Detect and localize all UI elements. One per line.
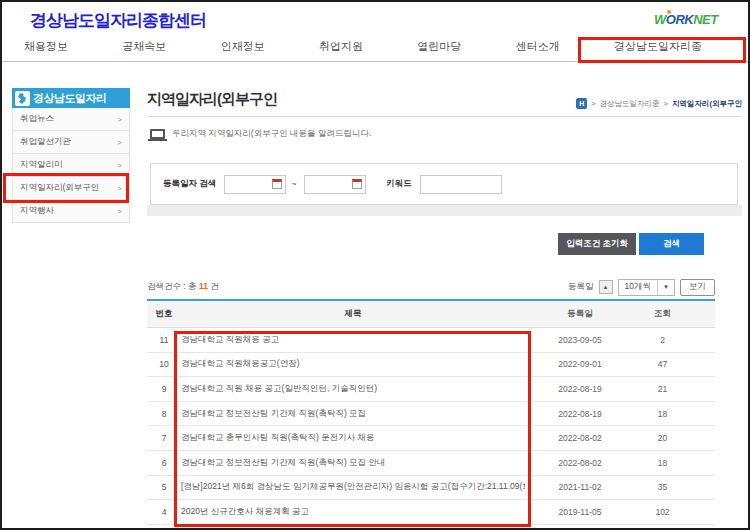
sidebar-menu-item[interactable]: 지역알리미 > (12, 154, 130, 177)
row-number: 5 (147, 482, 181, 492)
row-views: 18 (635, 409, 690, 419)
page-size-value: 10개씩 (619, 281, 657, 293)
chevron-down-icon: ▼ (657, 280, 674, 295)
home-icon[interactable]: H (576, 98, 587, 109)
row-date: 2022-09-01 (525, 359, 635, 369)
table-row: 10 경남대학교 직원채용공고(연장) 2022-09-01 47 (147, 353, 715, 378)
row-number: 10 (147, 359, 181, 369)
table-header-row: 번호 제목 등록일 조회 (147, 301, 715, 328)
row-number: 7 (147, 433, 181, 443)
row-title-link[interactable]: [경남]2021년 제6회 경상남도 임기제공무원(안전관리자) 임용시험 공고… (181, 481, 525, 493)
row-title-link[interactable]: 경남대학교 총무인사팀 직원(촉탁직) 운전기사 채용 (181, 432, 525, 444)
page-size-select[interactable]: 10개씩 ▼ (618, 279, 675, 296)
row-date: 2022-08-19 (525, 409, 635, 419)
sidebar-menu-item[interactable]: 취업알선기관 > (12, 131, 130, 154)
table-row: 11 경남대학교 직원채용 공고 2023-09-05 2 (147, 328, 715, 353)
row-views: 2 (635, 335, 690, 345)
row-views: 102 (635, 507, 690, 517)
nav-item[interactable]: 채용정보 (24, 39, 68, 54)
keyword-label: 키워드 (386, 178, 412, 190)
row-date: 2022-08-02 (525, 433, 635, 443)
row-number: 8 (147, 409, 181, 419)
row-number: 6 (147, 458, 181, 468)
row-views: 47 (635, 359, 690, 369)
sort-asc-icon: ▲ (603, 284, 609, 290)
sidebar-item-label: 취업알선기관 (20, 136, 71, 148)
table-row: 7 경남대학교 총무인사팀 직원(촉탁직) 운전기사 채용 2022-08-02… (147, 426, 715, 451)
row-date: 2022-08-19 (525, 384, 635, 394)
row-views: 18 (635, 458, 690, 468)
row-number: 9 (147, 384, 181, 394)
sort-asc-button[interactable]: ▲ (599, 280, 613, 294)
row-title-link[interactable]: 경남대학교 정보전산팀 기간제 직원(촉탁직) 모집 (181, 408, 525, 420)
row-title-link[interactable]: 2020년 신규간호사 채용계획 공고 (181, 506, 525, 518)
table-row: 6 경남대학교 정보전산팀 기간제 직원(촉탁직) 모집 안내 2022-08-… (147, 451, 715, 476)
sidebar-menu-item[interactable]: 취업뉴스 > (12, 108, 130, 131)
date-search-label: 등록일자 검색 (163, 178, 216, 190)
header-title: 제목 (181, 308, 525, 320)
calendar-icon[interactable] (352, 179, 362, 189)
row-views: 20 (635, 433, 690, 443)
sidebar-item-label: 취업뉴스 (20, 113, 54, 125)
row-title-link[interactable]: 경남대학교 직원 채용 공고(일반직인턴, 기술직인턴) (181, 383, 525, 395)
chevron-right-icon: > (117, 207, 122, 216)
reset-conditions-button[interactable]: 입력조건 초기화 (558, 233, 636, 255)
search-form: 등록일자 검색 ~ 키워드 (150, 163, 738, 205)
result-count-prefix: 검색건수 : 총 (147, 281, 199, 291)
row-date: 2023-09-05 (525, 335, 635, 345)
header-no: 번호 (147, 308, 181, 320)
page-description: 우리지역 지역일자리(외부구인 내용을 알려드립니다. (150, 128, 371, 140)
result-count-suffix: 건 (208, 281, 219, 291)
result-count: 검색건수 : 총 11 건 (147, 281, 219, 293)
breadcrumb-current: 지역일자리(외부구인 (672, 99, 742, 109)
date-range-tilde: ~ (291, 179, 296, 189)
sort-label: 등록일 (568, 281, 594, 293)
header-views: 조회 (635, 308, 690, 320)
table-body: 11 경남대학교 직원채용 공고 2023-09-05 2 10 경남대학교 직… (147, 328, 715, 525)
search-form-footer (147, 205, 742, 216)
keyword-input[interactable] (420, 175, 502, 194)
breadcrumb-item[interactable]: 경상남도일자리종 (600, 99, 660, 109)
row-views: 21 (635, 384, 690, 394)
result-count-number: 11 (199, 281, 208, 291)
row-number: 11 (147, 335, 181, 345)
results-bar: 검색건수 : 총 11 건 등록일 ▲ 10개씩 ▼ 보기 (147, 277, 715, 297)
header-date: 등록일 (525, 308, 635, 320)
search-button[interactable]: 검색 (639, 233, 704, 255)
row-number: 4 (147, 507, 181, 517)
row-title-link[interactable]: 경남대학교 정보전산팀 기간제 직원(촉탁직) 모집 안내 (181, 457, 525, 469)
row-date: 2022-08-02 (525, 458, 635, 468)
chevron-right-icon: > (117, 184, 122, 193)
sidebar-menu-item[interactable]: 지역행사 > (12, 200, 130, 223)
view-button[interactable]: 보기 (680, 279, 715, 296)
row-title-link[interactable]: 경남대학교 직원채용 공고 (181, 334, 525, 346)
sidebar-menu-item[interactable]: 지역일자리(외부구인 > (12, 177, 130, 200)
chevron-right-icon: > (117, 161, 122, 170)
page-title: 지역일자리(외부구인 (147, 90, 277, 109)
breadcrumb-separator: > (664, 99, 668, 108)
chevron-right-icon: > (117, 138, 122, 147)
job-center-page: 경상남도일자리종합센터 WORKNET 채용정보 공채속보 인재정보 취업지원 … (0, 0, 750, 530)
form-buttons: 입력조건 초기화 검색 (558, 233, 704, 255)
board-table: 번호 제목 등록일 조회 11 경남대학교 직원채용 공고 2023-09-05… (147, 299, 715, 525)
row-title-link[interactable]: 경남대학교 직원채용공고(연장) (181, 358, 525, 370)
date-from-input[interactable] (224, 175, 286, 194)
table-row: 4 2020년 신규간호사 채용계획 공고 2019-11-05 102 (147, 500, 715, 525)
breadcrumb: H > 경상남도일자리종 > 지역일자리(외부구인 (576, 98, 742, 109)
calendar-icon[interactable] (272, 179, 282, 189)
row-date: 2021-11-02 (525, 482, 635, 492)
sidebar-item-label: 지역행사 (20, 205, 54, 217)
monitor-icon (150, 129, 165, 139)
table-row: 8 경남대학교 정보전산팀 기간제 직원(촉탁직) 모집 2022-08-19 … (147, 402, 715, 427)
sidebar-title: 경상남도일자리 (33, 91, 107, 106)
sidebar-header: 경상남도일자리 (12, 88, 130, 108)
list-controls: 등록일 ▲ 10개씩 ▼ 보기 (568, 279, 715, 296)
chevron-right-icon: > (117, 115, 122, 124)
table-row: 9 경남대학교 직원 채용 공고(일반직인턴, 기술직인턴) 2022-08-1… (147, 377, 715, 402)
sidebar: 경상남도일자리 취업뉴스 > 취업알선기관 > 지역알리미 > (12, 88, 130, 223)
region-emblem-icon (15, 91, 30, 106)
date-to-input[interactable] (304, 175, 366, 194)
row-date: 2019-11-05 (525, 507, 635, 517)
main-content: 지역일자리(외부구인 H > 경상남도일자리종 > 지역일자리(외부구인 우리지… (147, 2, 742, 530)
breadcrumb-separator: > (591, 99, 595, 108)
